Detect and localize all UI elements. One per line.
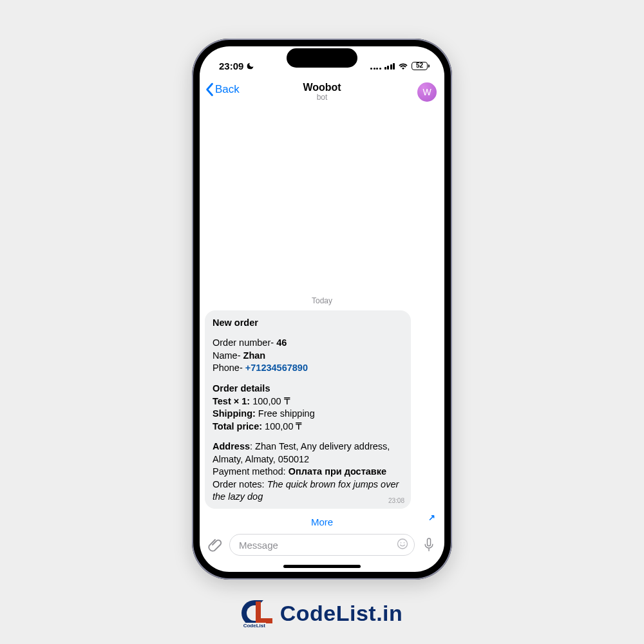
line-phone: Phone- +71234567890 <box>213 362 403 375</box>
attach-button[interactable] <box>206 536 224 554</box>
battery-percent: 52 <box>416 62 423 69</box>
battery-indicator: 52 <box>412 62 428 70</box>
chat-subtitle: bot <box>303 93 341 102</box>
svg-point-2 <box>404 542 405 544</box>
back-button[interactable]: Back <box>205 82 240 97</box>
status-time: 23:09 <box>219 61 243 71</box>
more-label: More <box>311 516 333 527</box>
message-input[interactable]: Message <box>229 534 415 556</box>
cellular-signal-icon <box>384 62 395 70</box>
screen: 23:09 52 <box>200 46 444 572</box>
footer-text: CodeList.in <box>280 601 403 626</box>
input-bar: Message <box>200 529 444 564</box>
line-total: Total price: 100,00 ₸ <box>213 421 403 433</box>
avatar-letter: W <box>422 87 431 97</box>
sticker-icon[interactable] <box>396 538 409 553</box>
msg-title: New order <box>213 317 258 328</box>
status-left: 23:09 <box>219 61 254 71</box>
footer-logo: CodeList CodeList.in <box>0 600 644 626</box>
message-bubble[interactable]: New order Order number- 46 Name- Zhan Ph… <box>205 310 411 509</box>
chat-area[interactable]: Today New order Order number- 46 Name- Z… <box>200 107 444 529</box>
line-address: Address: Zhan Test, Any delivery address… <box>213 440 403 466</box>
chat-title-wrap[interactable]: Woobot bot <box>303 82 341 102</box>
mic-button[interactable] <box>420 536 438 554</box>
line-item: Test × 1: 100,00 ₸ <box>213 395 403 408</box>
date-separator: Today <box>205 296 439 305</box>
status-right: 52 <box>370 62 428 70</box>
back-label: Back <box>215 83 240 96</box>
share-icon[interactable]: ↗ <box>428 513 435 522</box>
svg-point-0 <box>398 539 408 549</box>
message-placeholder: Message <box>239 540 278 551</box>
line-shipping: Shipping: Free shipping <box>213 408 403 421</box>
svg-point-1 <box>401 542 402 544</box>
dynamic-island <box>287 48 357 68</box>
order-details-label: Order details <box>213 383 270 393</box>
message-time: 23:08 <box>388 497 404 506</box>
svg-rect-3 <box>428 538 431 546</box>
phone-link[interactable]: +71234567890 <box>245 363 308 373</box>
cellular-dots-icon <box>370 62 381 70</box>
logo-tag: CodeList <box>243 623 266 629</box>
codelist-mark-icon: CodeList <box>242 600 275 626</box>
chat-title: Woobot <box>303 82 341 93</box>
line-notes: Order notes: The quick brown fox jumps o… <box>213 478 403 504</box>
phone-frame: 23:09 52 <box>192 39 452 580</box>
more-button[interactable]: More ↗ <box>205 513 439 529</box>
home-indicator[interactable] <box>283 565 361 568</box>
chat-header: Back Woobot bot W <box>200 77 444 107</box>
do-not-disturb-icon <box>246 62 254 70</box>
line-order-number: Order number- 46 <box>213 337 403 350</box>
line-payment: Payment method: Оплата при доставке <box>213 466 403 478</box>
wifi-icon <box>398 62 408 70</box>
avatar[interactable]: W <box>417 82 437 102</box>
line-name: Name- Zhan <box>213 350 403 363</box>
